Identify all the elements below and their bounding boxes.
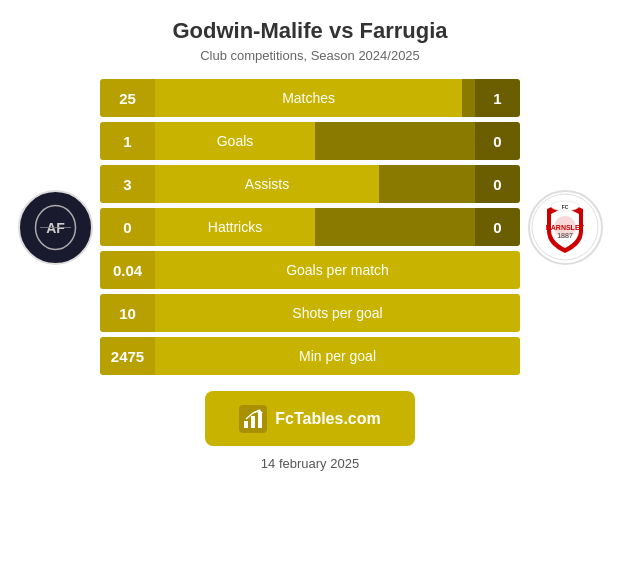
left-team-crest-icon: AF [28,200,83,255]
stat-bar-unfilled [379,165,475,203]
stat-row: 1Goals0 [100,122,520,160]
stat-right-value: 0 [475,165,520,203]
stat-label: Goals [155,122,315,160]
stat-right-value: 1 [475,79,520,117]
svg-text:BARNSLEY: BARNSLEY [546,224,585,231]
fctables-label: FcTables.com [275,410,381,428]
stat-label: Assists [155,165,379,203]
svg-text:1887: 1887 [557,232,573,239]
stat-bar-unfilled [462,79,475,117]
stat-bar-unfilled [315,122,475,160]
stat-left-value: 1 [100,122,155,160]
right-logo-circle: BARNSLEY 1887 FC [528,190,603,265]
svg-rect-13 [258,412,262,428]
left-team-logo: AF [10,190,100,265]
header: Godwin-Malife vs Farrugia Club competiti… [162,0,457,69]
stat-left-value: 25 [100,79,155,117]
page-subtitle: Club competitions, Season 2024/2025 [172,48,447,63]
stat-row: 10Shots per goal [100,294,520,332]
stat-right-value: 0 [475,122,520,160]
stat-row: 3Assists0 [100,165,520,203]
right-team-crest-icon: BARNSLEY 1887 FC [531,193,599,261]
stat-row: 2475Min per goal [100,337,520,375]
footer-date: 14 february 2025 [261,456,359,481]
stat-row: 25Matches1 [100,79,520,117]
stat-bar-unfilled [315,208,475,246]
stat-label: Goals per match [155,251,520,289]
page-title: Godwin-Malife vs Farrugia [172,18,447,44]
svg-rect-11 [244,421,248,428]
stat-left-value: 10 [100,294,155,332]
svg-text:AF: AF [46,220,65,236]
stat-label: Min per goal [155,337,520,375]
svg-rect-12 [251,416,255,428]
stat-label: Shots per goal [155,294,520,332]
stat-left-value: 0.04 [100,251,155,289]
main-content: AF 25Matches11Goals03Assists00Hattricks0… [0,69,620,375]
stat-label: Hattricks [155,208,315,246]
fctables-logo-icon [239,405,267,433]
stat-left-value: 0 [100,208,155,246]
stat-label: Matches [155,79,462,117]
left-logo-circle: AF [18,190,93,265]
stat-left-value: 2475 [100,337,155,375]
stat-row: 0Hattricks0 [100,208,520,246]
svg-text:FC: FC [562,204,569,210]
stats-section: 25Matches11Goals03Assists00Hattricks00.0… [100,79,520,375]
stat-row: 0.04Goals per match [100,251,520,289]
stat-right-value: 0 [475,208,520,246]
fctables-banner[interactable]: FcTables.com [205,391,415,446]
stat-left-value: 3 [100,165,155,203]
right-team-logo: BARNSLEY 1887 FC [520,190,610,265]
